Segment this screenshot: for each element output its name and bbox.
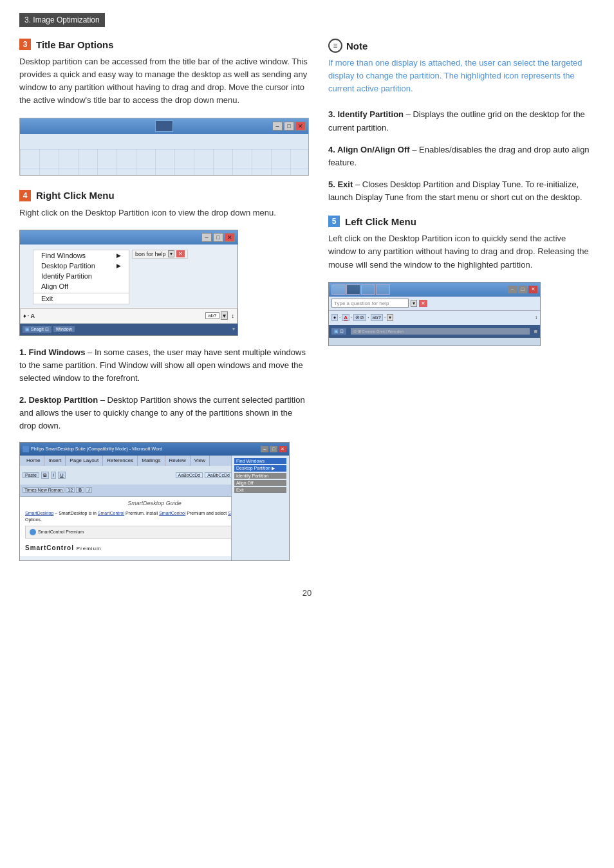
toolbar-arrow: ▾: [221, 311, 228, 320]
rs-btn-a[interactable]: A: [342, 314, 349, 321]
rs-p1: [331, 284, 346, 295]
rs-maximize[interactable]: □: [518, 286, 527, 293]
menu-maximize[interactable]: □: [213, 233, 223, 242]
ls-side-align-off[interactable]: Align Off: [234, 480, 286, 486]
minimize-button[interactable]: –: [272, 122, 283, 131]
ls-side-identify[interactable]: Identify Partition: [234, 473, 286, 479]
rs-btn-ab[interactable]: ab?: [371, 314, 383, 321]
ls-paste-btn[interactable]: Paste: [23, 472, 39, 478]
right-column: ≡ Note If more than one display is attac…: [328, 39, 595, 569]
rs-toolbar1: Type a question for help ▾ ✕: [329, 297, 540, 311]
menu-minimize[interactable]: –: [201, 233, 212, 242]
ls-italic2[interactable]: I: [86, 487, 92, 493]
menu-close[interactable]: ✕: [225, 233, 235, 242]
taskbar-window[interactable]: Window: [53, 326, 75, 332]
ls-side-exit[interactable]: Exit: [234, 487, 286, 493]
toolbar-icon-r: ♦: [23, 313, 26, 319]
rightclick-screenshot: – □ ✕ Find Windows ▶ Desktop Partition ▶: [19, 230, 238, 336]
rs-btn-r[interactable]: ♦: [331, 314, 338, 321]
leftclick-screenshot: – □ ✕ Type a question for help ▾ ✕: [328, 282, 541, 346]
menu-desktop-partition[interactable]: Desktop Partition ▶: [33, 261, 129, 271]
note-box: ≡ Note If more than one display is attac…: [328, 39, 595, 95]
menu-find-windows[interactable]: Find Windows ▶: [33, 250, 129, 261]
ls-tab-mailings[interactable]: Mailings: [138, 456, 165, 466]
ls-tab-view[interactable]: View: [191, 456, 210, 466]
menu-exit[interactable]: Exit: [33, 293, 129, 304]
menu-align-off[interactable]: Align Off: [33, 281, 129, 291]
rs-search-text: Type a question for help: [334, 300, 389, 306]
menu-identify-partition[interactable]: Identify Partition: [33, 271, 129, 281]
ls-smartcontrol-label: SmartControl Premium: [25, 543, 102, 553]
ls-tab-review[interactable]: Review: [165, 456, 191, 466]
ls-smartcontrol-link2[interactable]: SmartControl: [159, 511, 185, 515]
menu-desktop-partition-label: Desktop Partition: [41, 262, 95, 270]
ls-size[interactable]: 12: [66, 487, 75, 493]
ls-underline-btn[interactable]: U: [58, 472, 66, 479]
menu-toolbar-strip: ♦ · A ab? ▾ ↕: [20, 308, 237, 324]
ls-tab-insert[interactable]: Insert: [44, 456, 66, 466]
menu-taskbar-item: bon for help ▾ ✕: [132, 250, 188, 259]
rs-p4: [376, 284, 390, 295]
rs-search-close[interactable]: ✕: [419, 300, 427, 307]
rs-taskbar-label1: ⊡: [340, 329, 344, 334]
ls-tab-pagelayout[interactable]: Page Layout: [66, 456, 103, 466]
section3-body: Desktop partition can be accessed from t…: [19, 55, 309, 107]
snagit-icon: ▣: [25, 327, 30, 332]
snagit-arrow: ⊡: [45, 327, 49, 332]
rs-taskbar-item1[interactable]: ▣ ⊡: [331, 328, 346, 335]
rs-dot: ·: [339, 315, 340, 320]
rs-titlebar: – □ ✕: [329, 282, 540, 297]
def2-item: 2. Desktop Partition – Desktop Partition…: [19, 394, 309, 432]
taskbar-strip: ▣ Snagit ⊡ Window ▾: [20, 324, 237, 335]
ls-bold-btn[interactable]: B: [41, 472, 49, 479]
titlebar-content-area: [20, 134, 308, 175]
ls-side-desktop-partition[interactable]: Desktop Partition ▶: [234, 465, 286, 472]
ls-smartdesktop-link[interactable]: SmartDesktop: [25, 511, 53, 515]
rs-dot3: ·: [367, 315, 369, 320]
def5-item: 5. Exit – Closes Desktop Partition and D…: [328, 178, 595, 204]
header-section-bar: 3. Image Optimization: [19, 13, 105, 27]
context-menu-panel: Find Windows ▶ Desktop Partition ▶ Ident…: [33, 250, 129, 304]
rs-dot2: ·: [351, 315, 352, 320]
ls-product-icon: [30, 529, 36, 535]
ls-smartcontrol-link[interactable]: SmartControl: [98, 511, 124, 515]
def1-item: 1. Find Windows – In some cases, the use…: [19, 346, 309, 385]
rs-minimize[interactable]: –: [508, 286, 517, 293]
ls-style-caption[interactable]: AaBbCcDd: [205, 472, 232, 478]
ls-bold2[interactable]: B: [76, 487, 84, 493]
ls-tab-home[interactable]: Home: [23, 456, 44, 466]
rs-close[interactable]: ✕: [528, 286, 537, 293]
ls-tab-references[interactable]: References: [103, 456, 138, 466]
section4-body: Right click on the Desktop Partition ico…: [19, 207, 309, 219]
ls-maximize[interactable]: □: [270, 446, 277, 452]
word-screenshot: Philips SmartDesktop Suite (Compatibilit…: [19, 442, 290, 561]
rs-taskbar-right: ■: [534, 328, 537, 335]
maximize-button[interactable]: □: [284, 122, 294, 131]
section3-num: 3: [19, 39, 31, 50]
grid-overlay: [20, 149, 308, 175]
rs-btn-icons[interactable]: ⊘⊘: [353, 314, 366, 321]
close-button[interactable]: ✕: [295, 122, 306, 131]
ls-italic-btn[interactable]: I: [51, 472, 56, 479]
rs-dot4: ·: [384, 315, 386, 320]
note-icon: ≡: [328, 39, 342, 53]
section4-header: 4 Right Click Menu: [19, 190, 309, 201]
rs-tb2-arrow[interactable]: ▾: [387, 314, 393, 321]
taskbar-snagit[interactable]: ▣ Snagit ⊡: [23, 326, 51, 333]
rs-taskbar-bar-text: ⊙ ⊞ Cnnnno Gnnl | Wnn-dnn: [353, 329, 404, 333]
ls-style-normal[interactable]: AaBbCcDd: [176, 472, 203, 478]
taskbar-arrow-right: ▾: [232, 326, 235, 332]
page-number: 20: [19, 588, 595, 598]
rs-search-arrow[interactable]: ▾: [411, 300, 417, 307]
content-area: 3 Title Bar Options Desktop partition ca…: [19, 39, 595, 569]
section4-title: Right Click Menu: [36, 190, 115, 201]
ls-font[interactable]: Times New Roman: [23, 487, 64, 493]
toolbar-right: ↕: [232, 313, 235, 319]
rs-toolbar2: ♦ · A · ⊘⊘ · ab? · ▾ ↕: [329, 311, 540, 325]
rs-taskbar-bar[interactable]: ⊙ ⊞ Cnnnno Gnnl | Wnn-dnn: [351, 328, 530, 335]
rs-search-box[interactable]: Type a question for help: [331, 299, 409, 308]
ls-close[interactable]: ✕: [279, 446, 286, 452]
ls-side-find-windows[interactable]: Find Windows: [234, 458, 286, 464]
ls-minimize[interactable]: –: [261, 446, 268, 452]
ls-app-icon: [23, 446, 29, 452]
